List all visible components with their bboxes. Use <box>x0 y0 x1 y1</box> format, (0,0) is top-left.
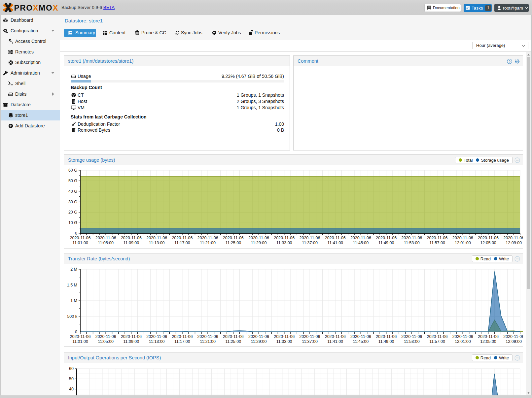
svg-text:11:17:00: 11:17:00 <box>174 339 190 344</box>
svg-text:12:09:00: 12:09:00 <box>506 339 522 344</box>
svg-text:2020-11-06: 2020-11-06 <box>172 334 193 339</box>
svg-text:2020-11-06: 2020-11-06 <box>248 334 269 339</box>
svg-text:2020-11-06: 2020-11-06 <box>70 236 90 240</box>
svg-text:11:09:00: 11:09:00 <box>124 339 139 344</box>
svg-text:12:01:00: 12:01:00 <box>455 339 471 344</box>
svg-text:2020-11-06: 2020-11-06 <box>197 334 218 339</box>
svg-text:2020-11-06: 2020-11-06 <box>95 236 116 240</box>
svg-text:2020-11-06: 2020-11-06 <box>350 334 371 339</box>
svg-text:11:53:00: 11:53:00 <box>404 339 420 344</box>
svg-text:2020-11-06: 2020-11-06 <box>478 236 499 240</box>
svg-text:11:13:00: 11:13:00 <box>149 339 165 344</box>
svg-text:2020-11-06: 2020-11-06 <box>299 334 320 339</box>
svg-text:12:09:00: 12:09:00 <box>506 241 522 245</box>
svg-text:11:57:00: 11:57:00 <box>429 339 445 344</box>
svg-text:2020-11-06: 2020-11-06 <box>274 236 295 240</box>
svg-text:50: 50 <box>69 377 74 381</box>
svg-text:2020-11-06: 2020-11-06 <box>478 334 499 339</box>
svg-text:11:13:00: 11:13:00 <box>149 241 165 245</box>
svg-text:11:01:00: 11:01:00 <box>72 339 88 344</box>
svg-text:2 M: 2 M <box>70 267 77 272</box>
svg-text:11:29:00: 11:29:00 <box>251 241 267 245</box>
svg-text:2020-11-06: 2020-11-06 <box>503 334 523 339</box>
svg-text:11:33:00: 11:33:00 <box>276 241 292 245</box>
svg-text:2020-11-06: 2020-11-06 <box>146 236 167 240</box>
svg-text:0: 0 <box>75 231 77 236</box>
svg-text:2020-11-06: 2020-11-06 <box>325 334 346 339</box>
svg-text:40: 40 <box>69 387 74 391</box>
svg-text:11:21:00: 11:21:00 <box>200 339 216 344</box>
svg-text:10 G: 10 G <box>68 220 77 225</box>
svg-text:1.5 M: 1.5 M <box>67 283 77 287</box>
svg-text:2020-11-06: 2020-11-06 <box>70 334 90 339</box>
svg-text:2020-11-06: 2020-11-06 <box>325 236 346 240</box>
svg-text:11:17:00: 11:17:00 <box>174 241 190 245</box>
svg-text:12:05:00: 12:05:00 <box>480 339 496 344</box>
svg-text:11:05:00: 11:05:00 <box>98 339 114 344</box>
svg-text:11:57:00: 11:57:00 <box>429 241 445 245</box>
svg-text:2020-11-06: 2020-11-06 <box>427 236 447 240</box>
svg-text:40 G: 40 G <box>68 189 77 194</box>
svg-text:11:33:00: 11:33:00 <box>276 339 292 344</box>
svg-text:2020-11-06: 2020-11-06 <box>350 236 371 240</box>
svg-text:11:25:00: 11:25:00 <box>225 339 241 344</box>
svg-text:11:49:00: 11:49:00 <box>378 339 394 344</box>
svg-text:11:49:00: 11:49:00 <box>378 241 394 245</box>
svg-text:2020-11-06: 2020-11-06 <box>172 236 193 240</box>
svg-text:2020-11-06: 2020-11-06 <box>223 236 244 240</box>
svg-text:11:45:00: 11:45:00 <box>353 339 369 344</box>
svg-text:2020-11-06: 2020-11-06 <box>274 334 295 339</box>
svg-text:11:05:00: 11:05:00 <box>98 241 114 245</box>
svg-text:2020-11-06: 2020-11-06 <box>299 236 320 240</box>
svg-text:2020-11-06: 2020-11-06 <box>146 334 167 339</box>
svg-text:60 G: 60 G <box>68 168 77 173</box>
svg-text:2020-11-06: 2020-11-06 <box>121 334 142 339</box>
svg-text:12:01:00: 12:01:00 <box>455 241 471 245</box>
svg-text:2020-11-06: 2020-11-06 <box>452 334 473 339</box>
svg-text:PROXMOX: PROXMOX <box>14 3 59 12</box>
svg-text:11:37:00: 11:37:00 <box>302 339 318 344</box>
svg-text:2020-11-06: 2020-11-06 <box>223 334 244 339</box>
svg-text:2020-11-06: 2020-11-06 <box>401 334 422 339</box>
svg-text:11:01:00: 11:01:00 <box>72 241 88 245</box>
svg-text:0: 0 <box>75 330 77 334</box>
svg-text:11:37:00: 11:37:00 <box>302 241 318 245</box>
svg-text:30 G: 30 G <box>68 200 77 204</box>
svg-text:2020-11-06: 2020-11-06 <box>452 236 473 240</box>
svg-text:2020-11-06: 2020-11-06 <box>197 236 218 240</box>
svg-text:1 M: 1 M <box>70 298 77 303</box>
svg-text:2020-11-06: 2020-11-06 <box>95 334 116 339</box>
svg-text:20 G: 20 G <box>68 210 77 215</box>
svg-text:11:45:00: 11:45:00 <box>353 241 369 245</box>
svg-text:11:21:00: 11:21:00 <box>200 241 216 245</box>
svg-text:2020-11-06: 2020-11-06 <box>248 236 269 240</box>
svg-text:11:41:00: 11:41:00 <box>327 241 343 245</box>
svg-text:11:41:00: 11:41:00 <box>327 339 343 344</box>
svg-text:2020-11-06: 2020-11-06 <box>376 236 397 240</box>
svg-text:500 k: 500 k <box>67 314 77 319</box>
svg-text:2020-11-06: 2020-11-06 <box>401 236 422 240</box>
svg-text:11:53:00: 11:53:00 <box>404 241 420 245</box>
svg-text:11:09:00: 11:09:00 <box>124 241 139 245</box>
svg-text:2020-11-06: 2020-11-06 <box>503 236 523 240</box>
svg-text:2020-11-06: 2020-11-06 <box>376 334 397 339</box>
svg-text:50 G: 50 G <box>68 179 77 183</box>
svg-text:2020-11-06: 2020-11-06 <box>121 236 142 240</box>
svg-text:60: 60 <box>69 366 74 371</box>
svg-text:11:29:00: 11:29:00 <box>251 339 267 344</box>
svg-text:12:05:00: 12:05:00 <box>480 241 496 245</box>
svg-text:2020-11-06: 2020-11-06 <box>427 334 447 339</box>
svg-text:11:25:00: 11:25:00 <box>225 241 241 245</box>
